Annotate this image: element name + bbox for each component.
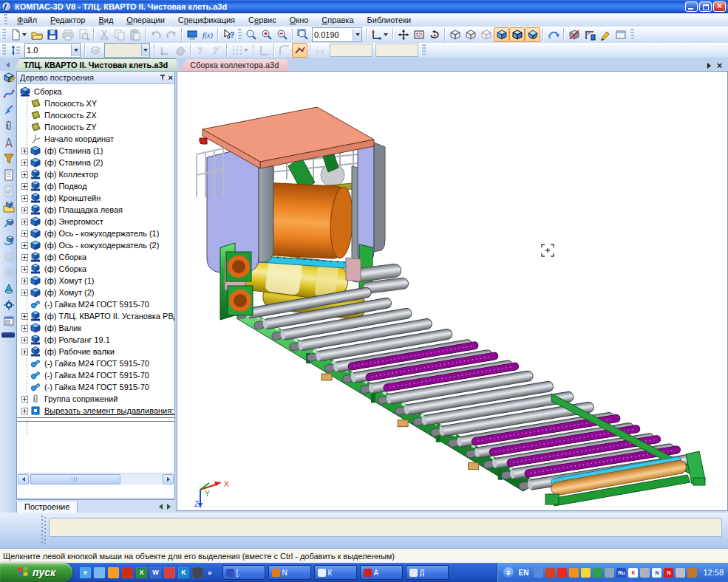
tree-item-2[interactable]: Плоскость ZX [17,109,174,121]
measure-button[interactable] [1,136,17,152]
help-cursor-button[interactable]: ? [220,27,236,42]
rebuild-button[interactable] [582,27,597,42]
menu-окно[interactable]: Окно [283,14,316,26]
toolbar-grip[interactable] [1,44,6,56]
menu-сервис[interactable]: Сервис [242,14,283,26]
pin-icon[interactable] [159,74,166,81]
spline-curve-button[interactable] [1,87,17,103]
tree-item-12[interactable]: (ф) Ось - кожуходержатель (1) [17,227,174,239]
tree-item-21[interactable]: (ф) Рольганг 19.1 [17,334,174,346]
tree-item-3[interactable]: Плоскость ZY [17,121,174,133]
zoom-in-button[interactable] [259,27,274,42]
shaded-button[interactable] [494,27,509,42]
shaded-edges-button[interactable] [509,27,525,42]
menu-редактор[interactable]: Редактор [44,14,92,26]
tree-item-17[interactable]: (ф) Хомут (2) [17,287,174,298]
zoom-out-button[interactable] [274,27,290,42]
tree-item-5[interactable]: (ф) Станина (1) [17,145,174,157]
tree-item-7[interactable]: (ф) Коллектор [17,168,174,180]
expand-icon[interactable] [21,325,28,332]
hide-objects-button[interactable] [566,27,582,42]
expand-icon[interactable] [21,207,28,213]
expand-icon[interactable] [21,148,28,154]
tray-collapse-icon[interactable] [503,567,514,578]
tray-n-red-icon[interactable]: N [664,568,673,578]
zoom-scale-input[interactable] [313,30,353,40]
scroll-left-button[interactable] [18,474,29,485]
taskbar-button-floppy[interactable]: [. [222,565,265,580]
tree-item-18[interactable]: (-) Гайка М24 ГОСТ 5915-70 [17,298,174,310]
properties-window-button[interactable] [1,315,17,331]
tray-network-icon[interactable] [605,568,614,578]
save-document-button[interactable] [44,27,60,42]
rotate-view-button[interactable] [426,27,442,42]
quick-launch-overflow-icon[interactable]: » [208,569,212,577]
expand-icon[interactable] [21,160,28,166]
tree-item-14[interactable]: (ф) Сборка [17,251,174,263]
tab-construction[interactable]: Построение [16,501,78,513]
word-icon[interactable]: W [150,567,161,578]
expand-icon[interactable] [21,266,28,273]
expand-icon[interactable] [21,195,28,202]
wireframe-button[interactable] [447,27,463,42]
minimize-button[interactable] [685,1,698,12]
language-indicator[interactable]: EN [516,569,532,577]
menu-спецификация[interactable]: Спецификация [171,14,242,26]
kompas-app-icon[interactable]: K [178,567,189,578]
menu-вид[interactable]: Вид [92,14,120,26]
document-tab-1[interactable]: Сборка коллектора.a3d [180,59,289,71]
tree-item-0[interactable]: Сборка [17,86,174,97]
tabs-scroll-right[interactable] [707,63,711,69]
move-component-button[interactable] [1,217,17,233]
floppy-app-icon[interactable] [164,567,175,578]
tree-item-9[interactable]: (ф) Кронштейн [17,192,174,204]
expand-icon[interactable] [21,337,28,343]
expand-icon[interactable] [21,396,28,403]
tree-item-22[interactable]: (ф) Рабочие валки [17,346,174,357]
media-app-icon[interactable] [108,567,119,578]
scroll-right-button[interactable] [163,474,174,485]
panel-tab-next[interactable] [167,504,171,510]
pan-button[interactable] [395,27,411,42]
menu-операции[interactable]: Операции [120,14,171,26]
red-ball-app-icon[interactable] [122,567,133,578]
panel-endcap[interactable] [1,332,15,338]
zoom-scale-combobox[interactable] [312,27,362,42]
tree-item-10[interactable]: (ф) Плащадка левая [17,204,174,216]
tree-item-23[interactable]: (-) Гайка М24 ГОСТ 5915-70 [17,357,174,369]
current-step-button[interactable] [7,43,23,58]
expand-icon[interactable] [21,313,28,320]
tree-item-8[interactable]: (ф) Подвод [17,180,174,192]
tree-item-11[interactable]: (ф) Энергомост [17,216,174,227]
expand-icon[interactable] [21,290,28,296]
tree-item-1[interactable]: Плоскость XY [17,97,174,109]
zoom-frame-button[interactable] [411,27,426,42]
perspective-button[interactable] [525,27,540,42]
tray-ru-lang-icon[interactable]: Ru [616,568,626,578]
tree-item-6[interactable]: (ф) Станина (2) [17,157,174,168]
expressions-fx-button[interactable]: f(x) [200,27,215,42]
tray-orange-icon[interactable] [569,568,579,578]
taskbar-button-kompas[interactable]: К [314,565,357,580]
panel-tab-prev[interactable] [159,504,163,510]
tree-item-16[interactable]: (ф) Хомут (1) [17,275,174,287]
tray-app-blue-icon[interactable] [534,568,543,578]
expand-icon[interactable] [21,242,28,249]
step-value-combobox[interactable] [24,43,81,58]
surface-cone-button[interactable] [1,282,17,298]
property-bar-handle[interactable] [41,516,46,545]
snaps-button[interactable] [292,43,307,58]
filter-button[interactable] [1,152,17,168]
document-tab-0[interactable]: ТЛЦ. КВАРТО II. Чистовая клеть.a3d [13,58,178,71]
menu-библиотеки[interactable]: Библиотеки [361,14,418,26]
zoom-scale-dropdown-icon[interactable] [353,29,361,41]
tree-item-24[interactable]: (-) Гайка М24 ГОСТ 5915-70 [17,369,174,381]
tray-shield-n-icon[interactable]: N [652,568,661,578]
reorient-button[interactable] [545,27,561,42]
sketch-button[interactable] [597,27,613,42]
restore-button[interactable] [699,1,712,12]
close-button[interactable] [713,1,726,12]
expand-icon[interactable] [21,408,28,414]
open-document-button[interactable] [29,27,44,42]
tree-item-26[interactable]: Группа сопряжений [17,393,174,405]
